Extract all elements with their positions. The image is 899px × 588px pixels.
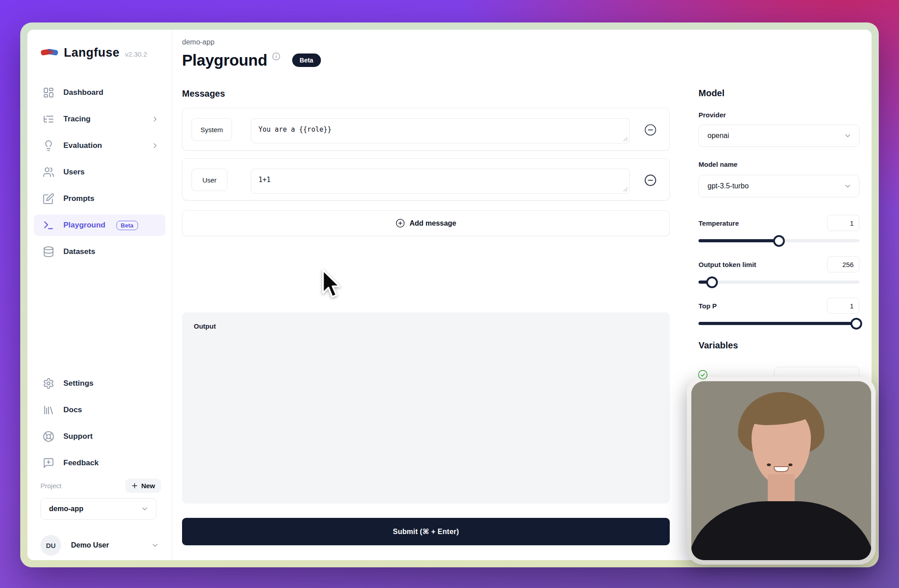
slider-track[interactable] [699, 322, 859, 325]
sidebar-item-dashboard[interactable]: Dashboard [34, 82, 165, 103]
chevron-right-icon [151, 115, 159, 123]
temperature-label: Temperature [699, 219, 739, 227]
sidebar-item-label: Evaluation [63, 141, 102, 150]
app-version: v2.30.2 [125, 50, 147, 58]
role-button[interactable]: System [191, 118, 232, 141]
users-icon [43, 166, 54, 178]
sidebar-item-label: Prompts [63, 194, 94, 203]
plus-circle-icon [396, 218, 405, 228]
project-selector[interactable]: demo-app [40, 498, 156, 520]
slider-track[interactable] [699, 281, 859, 284]
sidebar-item-label: Dashboard [63, 88, 103, 97]
beta-badge: Beta [292, 53, 321, 67]
selected-project: demo-app [49, 505, 83, 513]
sidebar-item-label: Support [63, 432, 93, 441]
add-message-button[interactable]: Add message [182, 210, 670, 236]
remove-message-icon[interactable] [644, 124, 657, 136]
add-message-label: Add message [409, 219, 456, 227]
sidebar-item-label: Datasets [63, 247, 95, 256]
top-p-slider: Top P 1 [699, 298, 859, 330]
sidebar-item-label: Tracing [63, 115, 90, 124]
provider-select[interactable]: openai [699, 125, 859, 147]
provider-label: Provider [699, 111, 726, 119]
chevron-down-icon [844, 182, 852, 190]
output-token-limit-label: Output token limit [699, 261, 756, 268]
message-plus-icon [43, 457, 54, 469]
provider-value: openai [708, 132, 729, 140]
output-token-limit-value-input[interactable]: 256 [827, 256, 859, 272]
remove-message-icon[interactable] [644, 174, 657, 187]
model-name-value: gpt-3.5-turbo [708, 182, 749, 190]
sidebar-item-label: Users [63, 168, 85, 177]
output-panel: Output [182, 312, 670, 503]
message-row-system: System You are a {{role}} [182, 108, 670, 151]
webcam-overlay [687, 377, 876, 565]
langfuse-logo-icon [40, 46, 58, 58]
top-p-label: Top P [699, 302, 717, 310]
role-button[interactable]: User [191, 169, 227, 191]
check-circle-icon [698, 370, 708, 380]
sidebar-item-label: Feedback [63, 459, 98, 468]
temperature-value-input[interactable]: 1 [827, 215, 859, 231]
sidebar-item-users[interactable]: Users [34, 161, 165, 183]
sidebar-item-evaluation[interactable]: Evaluation [34, 135, 165, 156]
evaluation-icon [43, 140, 54, 151]
webcam-video [691, 381, 871, 560]
user-name: Demo User [71, 541, 141, 549]
sidebar-nav: Dashboard Tracing Evaluation [27, 82, 172, 267]
sidebar-item-prompts[interactable]: Prompts [34, 188, 165, 209]
info-icon[interactable] [272, 52, 280, 61]
person-body [691, 501, 871, 560]
sidebar-item-feedback[interactable]: Feedback [34, 452, 165, 474]
lifebuoy-icon [43, 431, 54, 442]
slider-thumb[interactable] [850, 318, 862, 330]
message-row-user: User 1+1 [182, 158, 670, 200]
breadcrumb[interactable]: demo-app [182, 38, 214, 46]
slider-thumb[interactable] [773, 235, 785, 247]
datasets-icon [43, 246, 54, 258]
sidebar-item-label: Settings [63, 379, 93, 388]
model-panel: Model Provider openai Model name gpt-3.5… [699, 88, 859, 403]
mouse-cursor-icon [321, 269, 342, 299]
messages-heading: Messages [182, 89, 225, 99]
new-project-label: New [141, 482, 155, 490]
plus-icon [131, 482, 138, 489]
output-label: Output [194, 322, 216, 330]
sidebar-footer-nav: Settings Docs Support [27, 373, 172, 479]
logo[interactable]: Langfuse v2.30.2 [40, 45, 147, 60]
sidebar-item-tracing[interactable]: Tracing [34, 108, 165, 130]
sidebar-item-support[interactable]: Support [34, 426, 165, 447]
chevron-down-icon [844, 132, 852, 140]
page-title: Playground [182, 51, 267, 69]
top-p-value-input[interactable]: 1 [827, 298, 859, 314]
variables-heading: Variables [699, 340, 738, 351]
prompts-icon [43, 193, 54, 205]
model-heading: Model [699, 88, 725, 98]
system-message-input[interactable]: You are a {{role}} [251, 118, 630, 143]
slider-thumb[interactable] [706, 276, 718, 288]
sidebar-item-datasets[interactable]: Datasets [34, 241, 165, 263]
sidebar-item-label: Playground [63, 221, 106, 230]
playground-beta-badge: Beta [116, 221, 138, 230]
model-name-select[interactable]: gpt-3.5-turbo [699, 175, 859, 197]
gear-icon [43, 378, 54, 389]
library-icon [43, 404, 54, 416]
new-project-button[interactable]: New [125, 479, 161, 493]
brand-name: Langfuse [64, 46, 120, 60]
dashboard-icon [43, 87, 54, 98]
submit-button[interactable]: Submit (⌘ + Enter) [182, 518, 670, 545]
sidebar-item-settings[interactable]: Settings [34, 373, 165, 394]
user-message-input[interactable]: 1+1 [251, 169, 630, 194]
sidebar-item-label: Docs [63, 405, 82, 414]
sidebar-item-docs[interactable]: Docs [34, 399, 165, 421]
chevron-down-icon [151, 541, 159, 549]
user-menu[interactable]: DU Demo User [40, 535, 159, 556]
project-label: Project [40, 482, 62, 490]
output-token-limit-slider: Output token limit 256 [699, 256, 859, 289]
sidebar: Langfuse v2.30.2 Dashboard Tracing [27, 30, 172, 560]
chevron-right-icon [151, 142, 159, 150]
temperature-slider: Temperature 1 [699, 215, 859, 247]
terminal-icon [43, 219, 54, 231]
sidebar-item-playground[interactable]: Playground Beta [34, 214, 165, 236]
chevron-down-icon [141, 505, 149, 513]
